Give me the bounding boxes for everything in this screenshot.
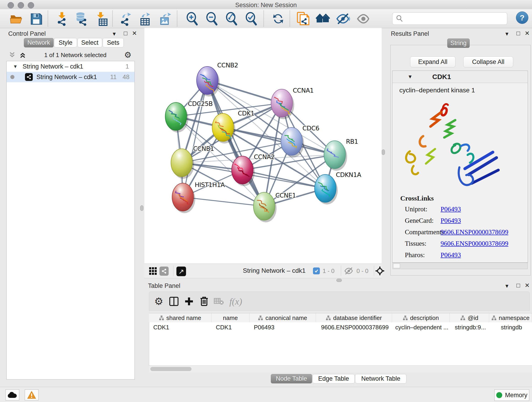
node-ball-CCNB1[interactable] <box>171 149 192 177</box>
results-panel-menu-icon[interactable]: ▾ <box>505 31 508 37</box>
tab-edge-table[interactable]: Edge Table <box>312 374 355 383</box>
crosslink-link[interactable]: 9606.ENSP00000378699 <box>441 228 508 236</box>
column-header-canonical-name[interactable]: canonical name <box>249 313 316 322</box>
tab-sets[interactable]: Sets <box>103 38 124 47</box>
export-table-button[interactable] <box>138 12 153 26</box>
detach-view-icon[interactable]: ↗ <box>177 267 186 276</box>
expand-all-networks-icon[interactable] <box>19 51 27 58</box>
table-panel-close-icon[interactable]: ✕ <box>525 282 530 288</box>
results-panel-close-icon[interactable]: ✕ <box>525 30 530 36</box>
node-RB1[interactable]: RB1 <box>324 138 358 171</box>
collapse-all-networks-icon[interactable] <box>8 51 16 58</box>
node-ball-CDKN1A[interactable] <box>315 174 336 202</box>
zoom-fit-button[interactable] <box>224 12 239 26</box>
table-row[interactable]: CDK1CDK1P064939606.ENSP00000378699cyclin… <box>149 322 532 332</box>
left-splitter-handle[interactable] <box>140 205 143 211</box>
delete-table-button[interactable] <box>212 295 225 308</box>
zoom-selected-button[interactable] <box>244 12 259 26</box>
memory-button[interactable]: Memory <box>494 389 529 401</box>
crosslink-link[interactable]: P06493 <box>441 205 461 213</box>
table-cell[interactable]: CDK1 <box>212 324 250 331</box>
column-header-shared-name[interactable]: shared name <box>149 313 211 322</box>
export-image-button[interactable] <box>158 12 173 26</box>
save-session-button[interactable] <box>29 12 44 26</box>
column-header-@id[interactable]: @id <box>450 313 489 322</box>
network-row[interactable]: String Network – cdk1 11 48 <box>7 72 134 82</box>
control-panel-float-icon[interactable]: □ <box>124 30 127 36</box>
birds-eye-view-icon[interactable] <box>375 266 385 275</box>
network-options-gear-icon[interactable]: ⚙ <box>124 51 132 59</box>
network-collection-row[interactable]: ▼ String Network – cdk1 1 <box>7 61 134 72</box>
delete-column-button[interactable] <box>198 295 210 308</box>
control-panel-menu-icon[interactable]: ▾ <box>113 31 116 37</box>
tab-network-table[interactable]: Network Table <box>355 374 406 383</box>
table-settings-button[interactable]: ⚙ <box>152 295 165 308</box>
help-button[interactable]: ? <box>516 12 528 24</box>
table-cell[interactable]: CDK1 <box>149 324 212 331</box>
open-session-button[interactable] <box>9 12 23 26</box>
table-panel-menu-icon[interactable]: ▾ <box>505 283 508 289</box>
table-panel-float-icon[interactable]: □ <box>516 282 520 288</box>
node-CDKN1A[interactable]: CDKN1A <box>315 171 361 204</box>
table-cell[interactable]: cyclin–dependent ... <box>392 324 450 331</box>
selected-checkbox-icon[interactable] <box>313 268 320 274</box>
hidden-eye-slash-icon[interactable] <box>344 267 354 275</box>
table-scrollbar[interactable] <box>149 365 532 372</box>
bottom-splitter-handle[interactable] <box>336 279 342 282</box>
grid-view-icon[interactable] <box>149 267 157 275</box>
show-all-button[interactable] <box>356 12 371 26</box>
node-CCNB2[interactable]: CCNB2 <box>196 62 238 96</box>
results-scrollbar[interactable] <box>393 263 528 269</box>
node-ball-CCNA2[interactable] <box>232 156 253 184</box>
node-CCNE1[interactable]: CCNE1 <box>253 192 296 222</box>
tab-network[interactable]: Network <box>24 38 54 47</box>
right-splitter-handle[interactable] <box>382 149 385 155</box>
node-CDC25B[interactable]: CDC25B <box>165 100 213 133</box>
tab-string[interactable]: String <box>447 38 470 48</box>
collection-disclosure-icon[interactable]: ▼ <box>13 64 18 69</box>
hide-selected-button[interactable] <box>336 12 351 26</box>
table-cell[interactable]: 9606.ENSP00000378699 <box>316 324 392 331</box>
control-panel-close-icon[interactable]: ✕ <box>132 30 137 36</box>
collapse-all-button[interactable]: Collapse All <box>463 56 513 67</box>
results-scrollbar-thumb[interactable] <box>393 264 400 268</box>
string-copy-network-button[interactable] <box>296 12 310 26</box>
crosslink-link[interactable]: 9606.ENSP00000378699 <box>441 240 508 247</box>
add-column-button[interactable] <box>183 295 196 308</box>
table-cell[interactable]: stringdb <box>489 324 532 331</box>
show-columns-button[interactable] <box>167 295 180 308</box>
first-neighbors-button[interactable] <box>316 12 330 26</box>
export-network-button[interactable] <box>119 12 133 26</box>
column-header-database-identifier[interactable]: database identifier <box>316 313 392 322</box>
crosslink-link[interactable]: P06493 <box>441 217 461 224</box>
search-input[interactable] <box>406 15 504 22</box>
gene-header[interactable]: ▼ CDK1 <box>393 71 528 83</box>
function-builder-button[interactable]: f(x) <box>226 295 245 308</box>
node-CDC6[interactable]: CDC6 <box>281 125 319 157</box>
results-panel-float-icon[interactable]: □ <box>516 30 520 36</box>
column-header-description[interactable]: description <box>392 313 450 322</box>
crosslink-link[interactable]: P06493 <box>441 251 461 259</box>
tab-select[interactable]: Select <box>77 38 102 47</box>
node-HIST1H1A[interactable]: HIST1H1A <box>172 181 225 213</box>
cloud-status-button[interactable] <box>6 389 19 400</box>
tab-node-table[interactable]: Node Table <box>271 374 312 383</box>
import-network-file-button[interactable] <box>55 12 69 26</box>
column-header-name[interactable]: name <box>211 313 249 322</box>
table-scrollbar-thumb[interactable] <box>150 367 191 371</box>
warnings-button[interactable] <box>25 389 38 400</box>
zoom-out-button[interactable] <box>204 12 219 26</box>
import-network-database-button[interactable] <box>74 12 89 26</box>
column-header-namespace[interactable]: namespace <box>489 313 532 322</box>
import-table-file-button[interactable] <box>94 12 109 26</box>
tab-style[interactable]: Style <box>54 38 77 47</box>
node-ball-CCNE1[interactable] <box>253 192 275 220</box>
gene-disclosure-icon[interactable]: ▼ <box>408 74 413 80</box>
network-view-share-icon[interactable] <box>159 267 169 276</box>
table-cell[interactable]: stringdb:9... <box>450 324 489 331</box>
zoom-in-button[interactable] <box>185 12 199 26</box>
search-field[interactable] <box>392 12 507 25</box>
expand-all-button[interactable]: Expand All <box>410 56 456 67</box>
node-CCNA1[interactable]: CCNA1 <box>271 87 314 119</box>
node-ball-CCNB2[interactable] <box>196 66 218 95</box>
